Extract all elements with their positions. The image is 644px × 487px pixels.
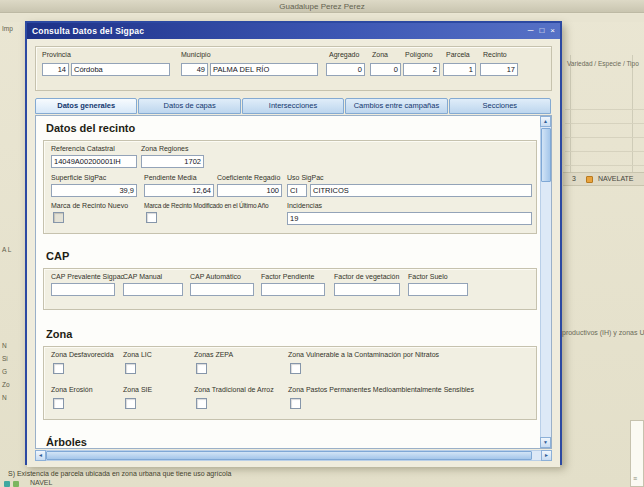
vertical-scrollbar[interactable]: ▲ ▼ <box>540 116 551 448</box>
teal-dot-icon <box>4 481 10 487</box>
cap-prevalente-field[interactable] <box>51 283 115 296</box>
zona-regiones-label: Zona Regiones <box>141 145 188 152</box>
location-header-box: Provincia 14 Córdoba Municipio 49 PALMA … <box>35 46 552 91</box>
zona-pastos-permanentes-label: Zona Pastos Permanentes Medioambientalme… <box>288 386 474 393</box>
poligono-field[interactable]: 2 <box>403 63 440 76</box>
factor-vegetacion-field[interactable] <box>334 283 400 296</box>
factor-vegetacion-label: Factor de vegetación <box>334 273 399 280</box>
zona-tradicional-arroz-checkbox[interactable] <box>196 398 207 409</box>
zona-tradicional-arroz-label: Zona Tradicional de Arroz <box>194 386 274 393</box>
zona-vulnerable-nitratos-checkbox[interactable] <box>290 363 301 374</box>
horizontal-scrollbar[interactable]: ◄ ► <box>35 450 552 461</box>
background-clipped-text: productivos (IH) y zonas U <box>562 329 644 336</box>
marca-recinto-modificado-label: Marca de Recinto Modificado en el Último… <box>144 202 269 209</box>
cap-automatico-field[interactable] <box>190 283 254 296</box>
vertical-scroll-thumb[interactable] <box>541 128 551 182</box>
parcela-label: Parcela <box>446 51 470 58</box>
recinto-field[interactable]: 17 <box>480 63 518 76</box>
background-user-name: Guadalupe Perez Perez <box>279 2 364 11</box>
tab-cambios-entre-campanas[interactable]: Cambios entre campañas <box>345 98 447 114</box>
zona-label: Zona <box>372 51 388 58</box>
uso-sigpac-label: Uso SigPac <box>287 174 324 181</box>
zonas-zepa-checkbox[interactable] <box>196 363 207 374</box>
incidencias-field[interactable]: 19 <box>287 212 532 225</box>
tab-datos-de-capas[interactable]: Datos de capas <box>138 98 240 114</box>
provincia-name-field[interactable]: Córdoba <box>71 63 170 76</box>
incidencias-label: Incidencias <box>287 202 322 209</box>
agregado-field[interactable]: 0 <box>326 63 365 76</box>
background-left-fragment: N <box>2 342 7 349</box>
cap-manual-field[interactable] <box>123 283 183 296</box>
zona-sie-checkbox[interactable] <box>125 398 136 409</box>
maximize-button[interactable]: □ <box>539 24 544 38</box>
tab-datos-generales[interactable]: Datos generales <box>35 98 137 114</box>
scroll-up-button[interactable]: ▲ <box>540 116 551 127</box>
municipio-name-field[interactable]: PALMA DEL RÍO <box>210 63 318 76</box>
tab-bar: Datos generales Datos de capas Intersecc… <box>35 98 552 114</box>
background-bottom-left-label: NAVEL <box>30 479 52 486</box>
background-window-titlebar: Guadalupe Perez Perez <box>0 0 644 13</box>
poligono-label: Polígono <box>405 51 433 58</box>
zona-box: Zona Desfavorecida Zona LIC Zonas ZEPA Z… <box>43 346 537 420</box>
parcela-field[interactable]: 1 <box>443 63 476 76</box>
zona-field[interactable]: 0 <box>370 63 401 76</box>
dialog-titlebar[interactable]: Consulta Datos del Sigpac ─ □ × <box>27 23 560 39</box>
municipio-label: Municipio <box>181 51 211 58</box>
background-grid-rows <box>565 96 644 172</box>
grip-icon: ≡ <box>633 475 637 482</box>
cap-box: CAP Prevalente Sigpac CAP Manual CAP Aut… <box>43 268 537 310</box>
background-left-fragment: A L <box>2 246 11 253</box>
close-button[interactable]: × <box>550 24 555 38</box>
referencia-catastral-field[interactable]: 14049A00200001IH <box>51 155 137 168</box>
uso-sigpac-code-field[interactable]: CI <box>287 184 307 197</box>
background-left-fragment: N <box>2 394 7 401</box>
uso-sigpac-desc-field[interactable]: CITRICOS <box>310 184 532 197</box>
cap-manual-label: CAP Manual <box>123 273 162 280</box>
marca-recinto-modificado-checkbox[interactable] <box>146 212 157 223</box>
scroll-down-button[interactable]: ▼ <box>540 437 551 448</box>
municipio-code-field[interactable]: 49 <box>181 63 208 76</box>
section-title-cap: CAP <box>46 250 69 262</box>
zona-regiones-field[interactable]: 1702 <box>141 155 204 168</box>
section-title-zona: Zona <box>46 328 72 340</box>
factor-pendiente-label: Factor Pendiente <box>261 273 314 280</box>
background-table-row[interactable]: 3 NAVELATE <box>563 172 644 186</box>
referencia-catastral-label: Referencia Catastral <box>51 145 115 152</box>
zona-lic-label: Zona LIC <box>123 351 152 358</box>
section-title-datos-recinto: Datos del recinto <box>46 122 135 134</box>
section-title-arboles: Árboles <box>46 436 87 448</box>
scroll-right-button[interactable]: ► <box>541 450 552 461</box>
factor-suelo-field[interactable] <box>408 283 468 296</box>
dialog-body: Provincia 14 Córdoba Municipio 49 PALMA … <box>27 39 560 467</box>
zona-pastos-permanentes-checkbox[interactable] <box>290 398 301 409</box>
factor-suelo-label: Factor Suelo <box>408 273 448 280</box>
pendiente-media-label: Pendiente Media <box>144 174 197 181</box>
marca-recinto-nuevo-label: Marca de Recinto Nuevo <box>51 202 128 209</box>
zona-vulnerable-nitratos-label: Zona Vulnerable a la Contaminación por N… <box>288 351 439 358</box>
row-variety-value: NAVELATE <box>598 173 634 185</box>
zona-erosion-checkbox[interactable] <box>53 398 64 409</box>
zonas-zepa-label: Zonas ZEPA <box>194 351 233 358</box>
background-column-header: Variedad / Especie / Tipo <box>567 60 639 68</box>
marca-recinto-nuevo-checkbox[interactable] <box>53 212 64 223</box>
tab-intersecciones[interactable]: Intersecciones <box>242 98 344 114</box>
tab-content: Datos del recinto Referencia Catastral 1… <box>35 115 552 449</box>
warning-icon <box>586 176 593 183</box>
tab-secciones[interactable]: Secciones <box>449 98 551 114</box>
recinto-label: Recinto <box>483 51 507 58</box>
pendiente-media-field[interactable]: 12,64 <box>144 184 214 197</box>
factor-pendiente-field[interactable] <box>261 283 325 296</box>
provincia-label: Provincia <box>42 51 71 58</box>
cap-automatico-label: CAP Automático <box>190 273 241 280</box>
scroll-left-button[interactable]: ◄ <box>35 450 46 461</box>
zona-lic-checkbox[interactable] <box>125 363 136 374</box>
background-left-fragment: Zo <box>2 381 10 388</box>
provincia-code-field[interactable]: 14 <box>42 63 69 76</box>
horizontal-scroll-thumb[interactable] <box>46 451 532 460</box>
cap-prevalente-label: CAP Prevalente Sigpac <box>51 273 124 280</box>
zona-erosion-label: Zona Erosión <box>51 386 93 393</box>
coeficiente-regadio-field[interactable]: 100 <box>217 184 282 197</box>
minimize-button[interactable]: ─ <box>528 24 534 38</box>
superficie-sigpac-field[interactable]: 39,9 <box>51 184 137 197</box>
zona-desfavorecida-checkbox[interactable] <box>53 363 64 374</box>
